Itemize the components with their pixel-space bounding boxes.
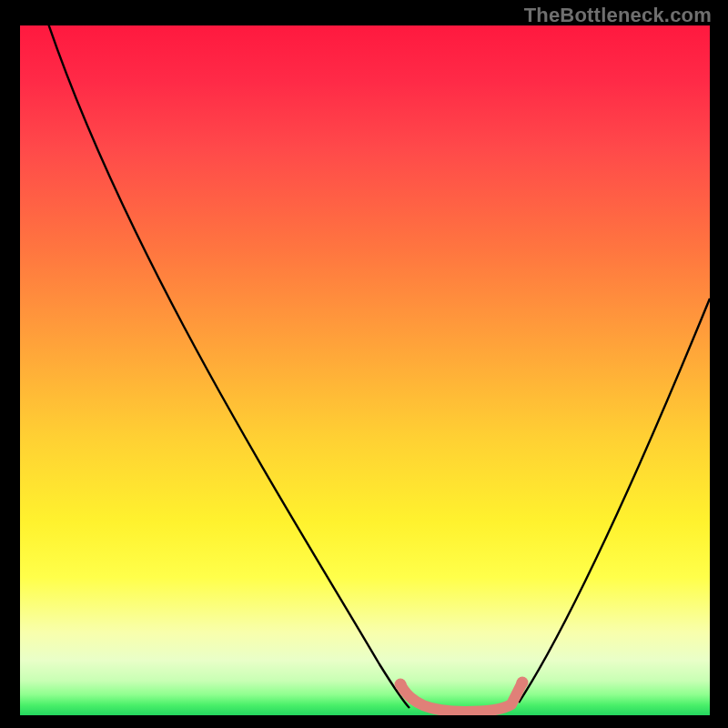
curve-left — [47, 25, 410, 708]
curve-valley-highlight — [400, 682, 522, 712]
plot-area — [20, 25, 710, 715]
curve-right — [519, 298, 710, 703]
watermark-label: TheBottleneck.com — [524, 4, 712, 27]
valley-cap-right — [517, 677, 529, 689]
valley-cap-left — [395, 679, 407, 691]
chart-stage: TheBottleneck.com — [0, 0, 728, 728]
chart-svg — [20, 25, 710, 715]
